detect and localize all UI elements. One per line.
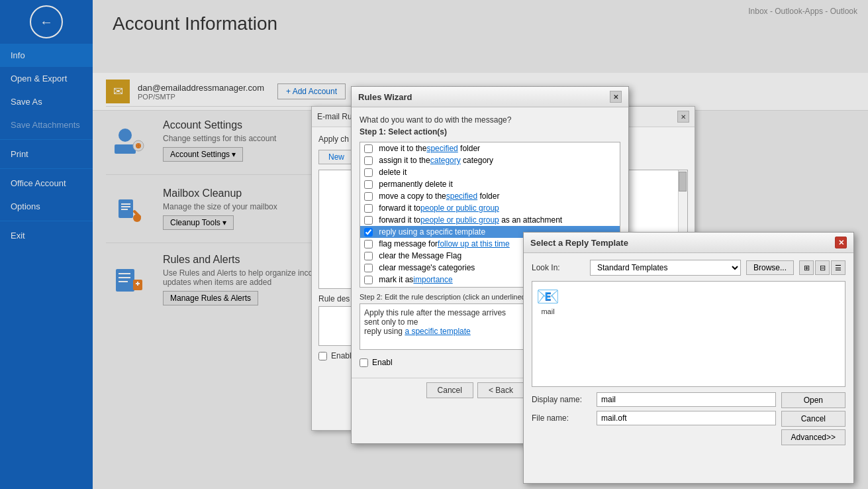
template-file-name: mail [536,307,559,315]
file-name-row: File name: [532,411,776,425]
wizard-action-perm-delete[interactable]: permanently delete it [360,178,620,190]
rules-wizard-question: What do you want to do with the message? [360,115,620,125]
reply-template-dialog: Select a Reply Template ✕ Look In: Stand… [523,232,854,484]
look-in-label: Look In: [532,263,585,272]
view-small-icons-button[interactable]: ⊟ [815,260,830,275]
template-file-list: 📧 mail [532,281,845,387]
email-rules-enable-checkbox[interactable] [318,352,327,360]
wizard-action-move-folder[interactable]: move it to the specified folder [360,142,620,154]
rules-wizard-close-button[interactable]: ✕ [610,91,622,103]
wizard-step2-link[interactable]: a specific template [405,327,470,336]
wizard-enable-label: Enabl [372,358,393,367]
rules-wizard-titlebar: Rules Wizard ✕ [352,87,628,107]
email-rules-close-button[interactable]: ✕ [677,111,689,123]
template-file-item[interactable]: 📧 mail [536,286,559,315]
wizard-action-forward-attachment[interactable]: forward it to people or public group as … [360,214,620,226]
look-in-row: Look In: Standard Templates Browse... ⊞ … [532,260,845,276]
template-fields-and-buttons: Display name: File name: Open Cancel Adv… [532,392,845,445]
display-name-label: Display name: [532,395,591,404]
reply-template-close-button[interactable]: ✕ [835,237,847,248]
wizard-cancel-button[interactable]: Cancel [426,382,473,398]
email-rules-scrollbar-thumb [679,172,687,191]
wizard-action-forward-people[interactable]: forward it to people or public group [360,202,620,214]
wizard-action-assign-category[interactable]: assign it to the category category [360,154,620,166]
template-fields: Display name: File name: [532,392,776,445]
view-list-button[interactable]: ☰ [831,260,845,275]
display-name-input[interactable] [597,392,776,407]
open-button[interactable]: Open [781,392,845,408]
template-cancel-button[interactable]: Cancel [781,411,845,427]
wizard-action-delete[interactable]: delete it [360,166,620,178]
file-name-input[interactable] [597,411,776,425]
email-rules-new-button[interactable]: New [318,150,354,164]
reply-template-titlebar: Select a Reply Template ✕ [524,233,853,253]
reply-template-body: Look In: Standard Templates Browse... ⊞ … [524,253,853,452]
view-large-icons-button[interactable]: ⊞ [799,260,814,275]
rules-wizard-title: Rules Wizard [358,92,412,102]
email-rules-enable-label: Enabl [331,351,352,360]
reply-template-title: Select a Reply Template [530,238,628,248]
file-name-label: File name: [532,413,591,423]
template-file-icon: 📧 [536,286,559,307]
wizard-back-button[interactable]: < Back [477,382,524,398]
look-in-select[interactable]: Standard Templates [590,260,741,276]
display-name-row: Display name: [532,392,776,407]
wizard-enable-checkbox[interactable] [360,358,368,367]
view-buttons: ⊞ ⊟ ☰ [799,260,845,275]
email-rules-apply-label: Apply ch [318,135,349,144]
rules-wizard-step1: Step 1: Select action(s) [360,127,620,136]
template-action-buttons: Open Cancel Advanced>> [781,392,845,445]
browse-button[interactable]: Browse... [746,260,794,275]
advanced-button[interactable]: Advanced>> [781,429,845,445]
wizard-action-move-copy[interactable]: move a copy to the specified folder [360,190,620,202]
